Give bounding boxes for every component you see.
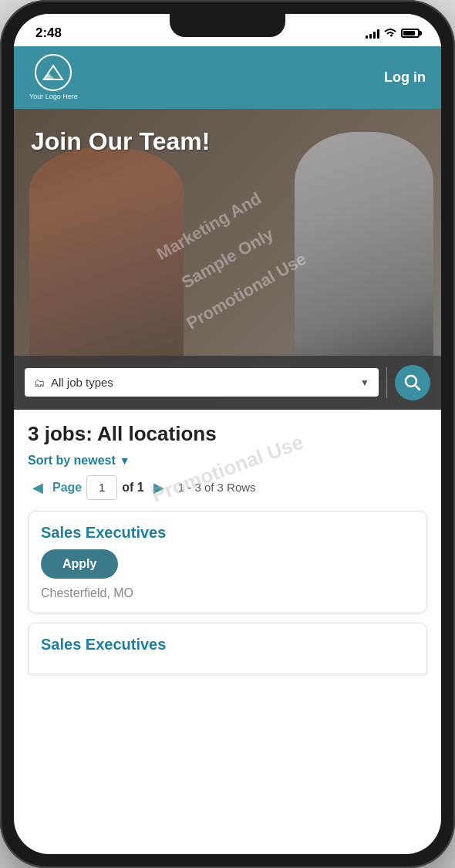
search-button[interactable] — [395, 365, 430, 400]
page-rows: 1 - 3 of 3 Rows — [178, 481, 256, 494]
job-card-2-partial: Sales Executives — [28, 623, 427, 674]
jobs-heading: 3 jobs: All locations — [28, 422, 427, 446]
sort-button[interactable]: Sort by newest ▼ — [28, 454, 130, 468]
phone-screen: 2:48 — [14, 14, 441, 854]
job-type-select[interactable]: 🗂 All job types ▼ — [25, 368, 379, 397]
job-card-1: Sales Executives Apply Chesterfield, MO — [28, 511, 427, 613]
status-time: 2:48 — [35, 25, 62, 41]
page-label: Page — [52, 481, 82, 495]
job-location-1: Chesterfield, MO — [41, 586, 414, 600]
job-title-1: Sales Executives — [41, 524, 414, 542]
search-icon — [404, 374, 421, 391]
job-title-2: Sales Executives — [41, 636, 414, 654]
status-icons — [366, 27, 420, 40]
hero-title: Join Our Team! — [31, 127, 210, 156]
job-type-label: All job types — [51, 376, 354, 389]
notch — [170, 14, 285, 37]
login-button[interactable]: Log in — [384, 69, 426, 86]
svg-marker-1 — [42, 73, 55, 79]
svg-line-3 — [415, 385, 420, 390]
dropdown-arrow-icon: ▼ — [360, 377, 369, 388]
page-input[interactable] — [86, 475, 117, 500]
page-prev-button[interactable]: ◀ — [28, 478, 48, 498]
pagination-row: ◀ Page of 1 ▶ 1 - 3 of 3 Rows — [28, 475, 427, 500]
page-of: of 1 — [122, 481, 143, 495]
logo-area: Your Logo Here — [29, 54, 78, 101]
phone-frame: 2:48 — [0, 0, 455, 868]
job-type-icon: 🗂 — [34, 377, 45, 389]
logo-icon — [35, 54, 72, 91]
logo-text: Your Logo Here — [29, 93, 78, 101]
search-divider — [386, 367, 387, 398]
signal-icon — [366, 28, 379, 39]
sort-row: Sort by newest ▼ — [28, 454, 427, 468]
page-next-button[interactable]: ▶ — [149, 478, 169, 498]
apply-button-1[interactable]: Apply — [41, 549, 118, 579]
hero-section: Join Our Team! Marketing And Sample Only… — [14, 109, 441, 410]
content-area: 3 jobs: All locations Promotional Use So… — [14, 410, 441, 687]
search-bar: 🗂 All job types ▼ — [14, 356, 441, 410]
app-header: Your Logo Here Log in — [14, 46, 441, 109]
sort-label: Sort by newest — [28, 454, 116, 468]
battery-icon — [401, 29, 420, 38]
mountain-icon — [42, 64, 64, 81]
wifi-icon — [383, 27, 397, 40]
sort-arrow-icon: ▼ — [120, 454, 130, 467]
